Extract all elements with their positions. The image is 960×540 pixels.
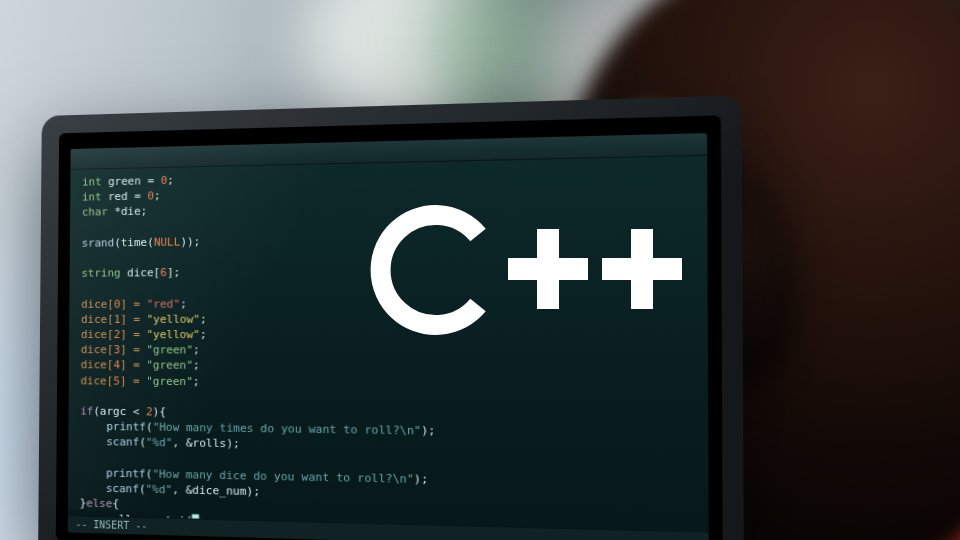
laptop: int green = 0; int red = 0; char *die; s… <box>38 95 744 540</box>
editor-screen: int green = 0; int red = 0; char *die; s… <box>68 133 709 540</box>
photo-scene: ME int green = 0; int red = 0; char *die… <box>0 0 960 540</box>
editor-mode: -- INSERT -- <box>76 519 148 532</box>
code-block: int green = 0; int red = 0; char *die; s… <box>79 161 709 540</box>
